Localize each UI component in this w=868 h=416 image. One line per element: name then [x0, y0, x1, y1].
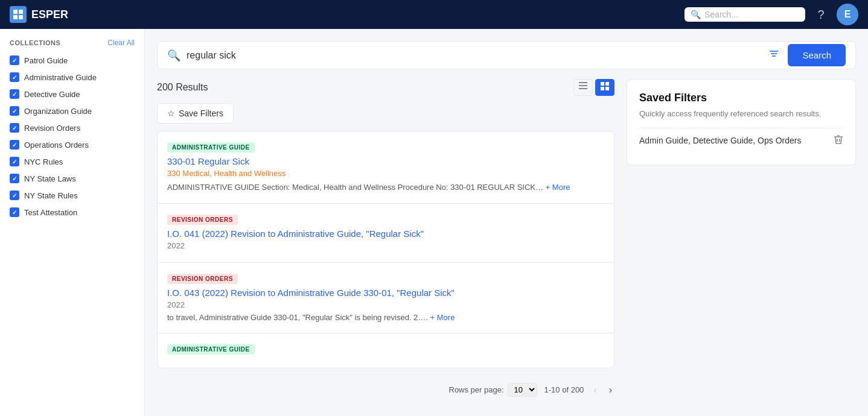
list-view-button[interactable]: [573, 79, 593, 96]
sidebar-item-ny-state-laws[interactable]: NY State Laws: [0, 170, 144, 187]
checkbox-ny-state-laws: [10, 174, 19, 183]
content-with-panel: 200 Results: [157, 79, 856, 404]
svg-rect-12: [601, 87, 604, 90]
result-title[interactable]: I.O. 043 (2022) Revision to Administrati…: [167, 288, 604, 298]
saved-filters-title: Saved Filters: [639, 92, 843, 104]
sidebar-item-test-attestation[interactable]: Test Attestation: [0, 204, 144, 221]
saved-filter-name: Admin Guide, Detective Guide, Ops Orders: [639, 136, 801, 145]
sidebar-label-nyc-rules: NYC Rules: [24, 157, 63, 166]
checkbox-patrol-guide: [10, 55, 19, 65]
sidebar-item-revision-orders[interactable]: Revision Orders: [0, 119, 144, 136]
result-excerpt: ADMINISTRATIVE GUIDE Section: Medical, H…: [167, 181, 604, 194]
search-button[interactable]: Search: [788, 44, 846, 66]
results-header: 200 Results: [157, 79, 614, 96]
more-link[interactable]: + More: [546, 183, 570, 192]
svg-rect-2: [13, 15, 18, 19]
main-search-box: 🔍 Search: [157, 41, 856, 69]
main-search-icon: 🔍: [167, 49, 180, 62]
result-excerpt: to travel, Administrative Guide 330-01, …: [167, 312, 604, 324]
checkbox-revision-orders: [10, 123, 19, 133]
saved-filters-panel: Saved Filters Quickly access frequently …: [627, 79, 856, 165]
sidebar-item-patrol-guide[interactable]: Patrol Guide: [0, 52, 144, 69]
global-search-icon: 🔍: [691, 10, 701, 19]
page-info: 1-10 of 200: [544, 385, 584, 394]
view-toggle: [573, 79, 614, 96]
checkbox-admin-guide: [10, 72, 19, 82]
results-list: ADMINISTRATIVE GUIDE330-01 Regular Sick3…: [157, 131, 614, 368]
save-filters-label: Save Filters: [179, 109, 223, 118]
svg-rect-7: [579, 82, 587, 83]
sidebar-label-ny-state-laws: NY State Laws: [24, 174, 76, 183]
sidebar-items: Patrol GuideAdministrative GuideDetectiv…: [0, 52, 144, 221]
rows-per-page-label: Rows per page:: [449, 385, 504, 394]
svg-rect-13: [605, 87, 609, 90]
saved-filters-list: Admin Guide, Detective Guide, Ops Orders: [639, 128, 843, 153]
user-avatar-button[interactable]: E: [837, 4, 858, 25]
sidebar-item-operations-orders[interactable]: Operations Orders: [0, 136, 144, 153]
checkbox-ny-state-rules: [10, 191, 19, 200]
sidebar-label-test-attestation: Test Attestation: [24, 208, 77, 217]
svg-rect-8: [579, 85, 587, 86]
result-tag: REVISION ORDERS: [167, 215, 238, 225]
saved-filters-description: Quickly access frequently referenced sea…: [639, 109, 843, 118]
result-title[interactable]: 330-01 Regular Sick: [167, 156, 604, 166]
result-tag: REVISION ORDERS: [167, 274, 238, 284]
save-filters-button[interactable]: ☆ Save Filters: [157, 103, 234, 124]
sidebar-item-nyc-rules[interactable]: NYC Rules: [0, 153, 144, 170]
main-search-input[interactable]: [187, 50, 760, 61]
svg-rect-9: [579, 88, 587, 89]
checkbox-nyc-rules: [10, 157, 19, 166]
sidebar-item-ny-state-rules[interactable]: NY State Rules: [0, 187, 144, 204]
more-link[interactable]: + More: [430, 313, 455, 322]
sidebar-item-detective-guide[interactable]: Detective Guide: [0, 86, 144, 102]
grid-view-button[interactable]: [595, 79, 614, 96]
result-item: ADMINISTRATIVE GUIDE330-01 Regular Sick3…: [157, 131, 614, 203]
result-item: ADMINISTRATIVE GUIDE: [157, 333, 614, 368]
result-year: 2022: [167, 241, 604, 250]
saved-filter-item: Admin Guide, Detective Guide, Ops Orders: [639, 128, 843, 153]
result-item: REVISION ORDERSI.O. 043 (2022) Revision …: [157, 262, 614, 333]
results-column: 200 Results: [157, 79, 614, 404]
prev-page-button[interactable]: ‹: [591, 383, 599, 397]
pagination: Rows per page: 10 25 50 1-10 of 200 ‹ ›: [157, 376, 614, 404]
star-icon: ☆: [167, 109, 175, 118]
result-year: 2022: [167, 300, 604, 309]
logo: ESPER: [10, 6, 68, 23]
result-item: REVISION ORDERSI.O. 041 (2022) Revision …: [157, 203, 614, 262]
next-page-button[interactable]: ›: [607, 383, 614, 397]
main-content: 🔍 Search 200 Results: [145, 29, 868, 416]
svg-rect-10: [601, 82, 604, 86]
result-tag: ADMINISTRATIVE GUIDE: [167, 344, 255, 355]
logo-text: ESPER: [31, 8, 68, 21]
sidebar-section-header: Collections Clear All: [0, 39, 144, 52]
save-filters-wrapper: ☆ Save Filters: [157, 103, 614, 124]
filter-button[interactable]: [766, 46, 782, 65]
sidebar-label-admin-guide: Administrative Guide: [24, 73, 97, 82]
sidebar-item-admin-guide[interactable]: Administrative Guide: [0, 69, 144, 86]
svg-rect-0: [13, 10, 18, 14]
result-tag: ADMINISTRATIVE GUIDE: [167, 142, 255, 153]
sidebar-label-operations-orders: Operations Orders: [24, 140, 89, 150]
help-button[interactable]: ?: [811, 5, 831, 24]
sidebar-section-title: Collections: [10, 39, 60, 46]
sidebar-label-detective-guide: Detective Guide: [24, 90, 80, 99]
checkbox-test-attestation: [10, 207, 19, 217]
sidebar-item-org-guide[interactable]: Organization Guide: [0, 102, 144, 119]
checkbox-detective-guide: [10, 89, 19, 99]
svg-rect-1: [19, 10, 23, 14]
delete-saved-filter-button[interactable]: [834, 134, 843, 147]
sidebar: Collections Clear All Patrol GuideAdmini…: [0, 29, 145, 416]
clear-all-button[interactable]: Clear All: [107, 39, 135, 47]
sidebar-label-org-guide: Organization Guide: [24, 107, 92, 116]
global-search-input[interactable]: [704, 10, 789, 19]
topnav: ESPER 🔍 ? E: [0, 0, 868, 29]
svg-rect-3: [19, 15, 23, 19]
checkbox-org-guide: [10, 106, 19, 116]
rows-per-page-select[interactable]: 10 25 50: [508, 383, 537, 397]
sidebar-label-patrol-guide: Patrol Guide: [24, 56, 68, 65]
result-title[interactable]: I.O. 041 (2022) Revision to Administrati…: [167, 228, 604, 239]
checkbox-operations-orders: [10, 140, 19, 150]
sidebar-label-ny-state-rules: NY State Rules: [24, 191, 78, 200]
results-count: 200 Results: [157, 82, 208, 93]
logo-icon: [10, 6, 27, 23]
